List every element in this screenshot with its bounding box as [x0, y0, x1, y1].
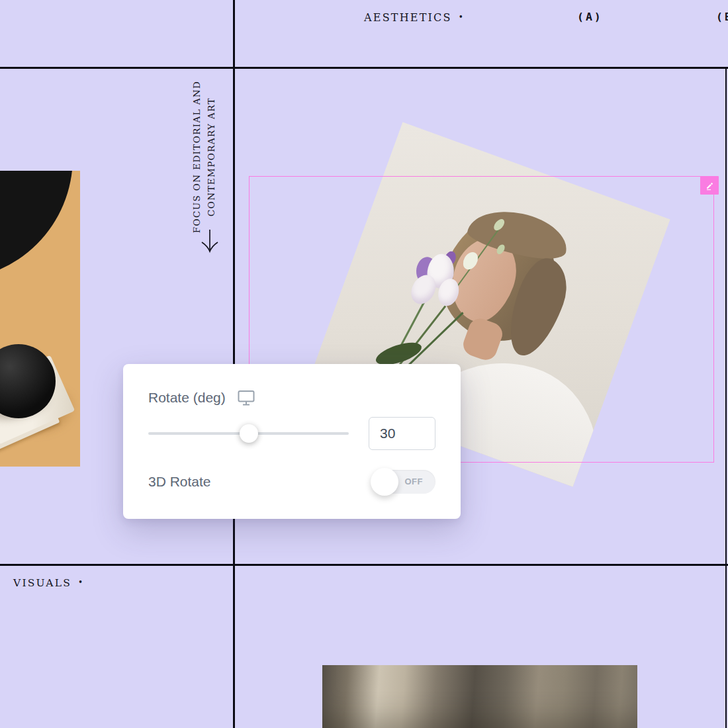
visuals-bullet: •	[78, 578, 83, 587]
desktop-monitor-icon[interactable]	[238, 390, 255, 406]
down-arrow-icon	[200, 229, 220, 254]
grid-horizontal-line-bottom	[0, 564, 728, 566]
grid-horizontal-line-top	[0, 67, 728, 69]
pencil-edit-icon	[705, 181, 715, 191]
3d-rotate-toggle[interactable]: OFF	[372, 470, 435, 494]
column-marker-b[interactable]: (B	[716, 11, 728, 23]
edit-image-button[interactable]	[700, 176, 719, 195]
vertical-annotation-text[interactable]: FOCUS ON EDITORIAL AND CONTEMPORARY ART	[190, 79, 220, 235]
grid-vertical-line-right	[725, 68, 727, 728]
panel-title-row: Rotate (deg)	[148, 389, 435, 406]
rotate-slider-handle[interactable]	[240, 424, 258, 443]
annotation-line2: CONTEMPORARY ART	[206, 97, 216, 216]
column-marker-a[interactable]: (A)	[577, 11, 603, 23]
visuals-text: VISUALS	[13, 577, 71, 589]
brand-bullet: •	[459, 13, 463, 22]
visuals-section-label[interactable]: VISUALS•	[13, 577, 83, 589]
rotate-slider[interactable]	[148, 424, 349, 443]
annotation-line1: FOCUS ON EDITORIAL AND	[191, 81, 202, 234]
rotate-slider-row	[148, 417, 435, 450]
left-artwork-image[interactable]	[0, 171, 80, 467]
black-blob-shape	[0, 171, 73, 280]
rotate-panel-title: Rotate (deg)	[148, 390, 226, 406]
3d-rotate-row: 3D Rotate OFF	[148, 470, 435, 494]
draped-fabric-photo[interactable]	[322, 665, 637, 728]
rotate-value-input[interactable]	[369, 417, 435, 450]
rotate-settings-panel: Rotate (deg) 3D Rotate OFF	[123, 364, 461, 519]
editor-canvas: AESTHETICS• (A) (B FOCUS ON EDITORIAL AN…	[0, 0, 728, 728]
brand-text: AESTHETICS	[364, 11, 452, 24]
brand-label[interactable]: AESTHETICS•	[364, 11, 463, 24]
toggle-knob[interactable]	[371, 468, 398, 496]
3d-rotate-label: 3D Rotate	[148, 474, 211, 490]
toggle-off-text: OFF	[405, 477, 424, 486]
